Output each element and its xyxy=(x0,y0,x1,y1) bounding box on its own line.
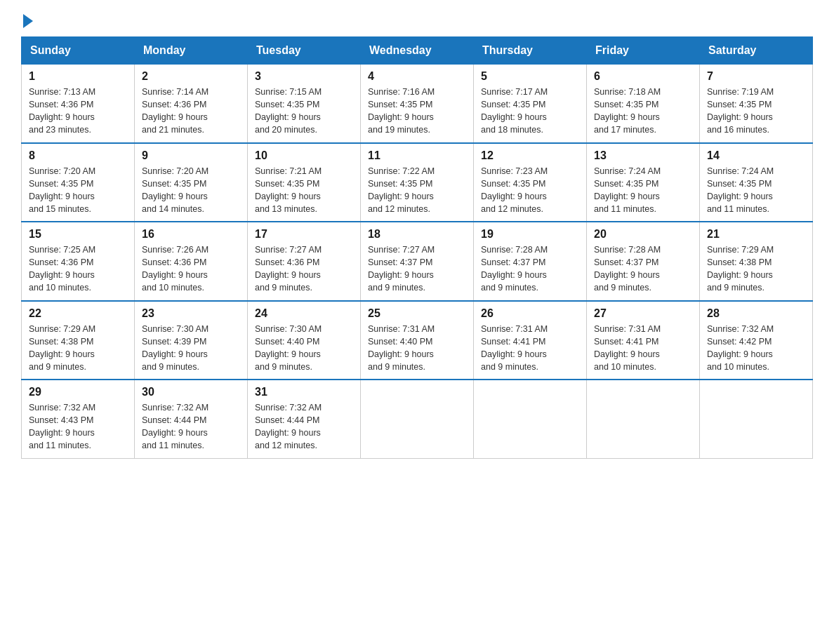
calendar-day-cell: 20 Sunrise: 7:28 AM Sunset: 4:37 PM Dayl… xyxy=(587,222,700,301)
day-info: Sunrise: 7:27 AM Sunset: 4:36 PM Dayligh… xyxy=(255,243,353,295)
calendar-day-cell: 6 Sunrise: 7:18 AM Sunset: 4:35 PM Dayli… xyxy=(587,65,700,143)
day-number: 12 xyxy=(481,149,579,162)
calendar-day-cell: 26 Sunrise: 7:31 AM Sunset: 4:41 PM Dayl… xyxy=(474,301,587,380)
calendar-day-cell xyxy=(700,380,813,458)
day-info: Sunrise: 7:22 AM Sunset: 4:35 PM Dayligh… xyxy=(368,165,466,216)
day-of-week-header: Sunday xyxy=(22,37,135,65)
calendar-week-row: 1 Sunrise: 7:13 AM Sunset: 4:36 PM Dayli… xyxy=(22,65,813,143)
calendar-day-cell: 16 Sunrise: 7:26 AM Sunset: 4:36 PM Dayl… xyxy=(135,222,248,301)
day-number: 6 xyxy=(594,70,692,83)
day-info: Sunrise: 7:31 AM Sunset: 4:41 PM Dayligh… xyxy=(481,323,579,374)
day-number: 11 xyxy=(368,149,466,162)
day-number: 24 xyxy=(255,307,353,320)
day-number: 29 xyxy=(29,386,127,398)
day-of-week-header: Saturday xyxy=(700,37,813,65)
calendar-table: SundayMondayTuesdayWednesdayThursdayFrid… xyxy=(21,36,813,459)
calendar-week-row: 8 Sunrise: 7:20 AM Sunset: 4:35 PM Dayli… xyxy=(22,143,813,222)
calendar-day-cell: 10 Sunrise: 7:21 AM Sunset: 4:35 PM Dayl… xyxy=(248,143,361,222)
day-of-week-header: Wednesday xyxy=(361,37,474,65)
day-number: 8 xyxy=(29,149,127,162)
calendar-day-cell: 17 Sunrise: 7:27 AM Sunset: 4:36 PM Dayl… xyxy=(248,222,361,301)
day-number: 2 xyxy=(142,70,240,83)
logo-arrow-icon xyxy=(23,14,33,28)
day-number: 31 xyxy=(255,386,353,398)
day-number: 4 xyxy=(368,70,466,83)
day-info: Sunrise: 7:21 AM Sunset: 4:35 PM Dayligh… xyxy=(255,165,353,216)
day-number: 10 xyxy=(255,149,353,162)
calendar-day-cell: 8 Sunrise: 7:20 AM Sunset: 4:35 PM Dayli… xyxy=(22,143,135,222)
calendar-day-cell: 24 Sunrise: 7:30 AM Sunset: 4:40 PM Dayl… xyxy=(248,301,361,380)
day-info: Sunrise: 7:29 AM Sunset: 4:38 PM Dayligh… xyxy=(29,323,127,374)
calendar-day-cell: 5 Sunrise: 7:17 AM Sunset: 4:35 PM Dayli… xyxy=(474,65,587,143)
day-info: Sunrise: 7:32 AM Sunset: 4:43 PM Dayligh… xyxy=(29,401,127,452)
calendar-day-cell xyxy=(474,380,587,458)
day-number: 16 xyxy=(142,228,240,241)
calendar-day-cell: 15 Sunrise: 7:25 AM Sunset: 4:36 PM Dayl… xyxy=(22,222,135,301)
calendar-day-cell: 23 Sunrise: 7:30 AM Sunset: 4:39 PM Dayl… xyxy=(135,301,248,380)
day-info: Sunrise: 7:13 AM Sunset: 4:36 PM Dayligh… xyxy=(29,86,127,137)
day-number: 30 xyxy=(142,386,240,398)
day-info: Sunrise: 7:20 AM Sunset: 4:35 PM Dayligh… xyxy=(142,165,240,216)
day-number: 22 xyxy=(29,307,127,320)
calendar-day-cell: 27 Sunrise: 7:31 AM Sunset: 4:41 PM Dayl… xyxy=(587,301,700,380)
calendar-day-cell xyxy=(587,380,700,458)
day-info: Sunrise: 7:30 AM Sunset: 4:40 PM Dayligh… xyxy=(255,323,353,374)
calendar-day-cell xyxy=(361,380,474,458)
calendar-day-cell: 30 Sunrise: 7:32 AM Sunset: 4:44 PM Dayl… xyxy=(135,380,248,458)
day-info: Sunrise: 7:30 AM Sunset: 4:39 PM Dayligh… xyxy=(142,323,240,374)
day-info: Sunrise: 7:23 AM Sunset: 4:35 PM Dayligh… xyxy=(481,165,579,216)
calendar-header-row: SundayMondayTuesdayWednesdayThursdayFrid… xyxy=(22,37,813,65)
day-number: 23 xyxy=(142,307,240,320)
day-info: Sunrise: 7:28 AM Sunset: 4:37 PM Dayligh… xyxy=(481,243,579,295)
calendar-day-cell: 4 Sunrise: 7:16 AM Sunset: 4:35 PM Dayli… xyxy=(361,65,474,143)
day-number: 17 xyxy=(255,228,353,241)
day-number: 7 xyxy=(707,70,805,83)
calendar-day-cell: 22 Sunrise: 7:29 AM Sunset: 4:38 PM Dayl… xyxy=(22,301,135,380)
day-number: 3 xyxy=(255,70,353,83)
logo-text xyxy=(21,14,33,28)
day-number: 26 xyxy=(481,307,579,320)
day-number: 9 xyxy=(142,149,240,162)
day-number: 21 xyxy=(707,228,805,241)
day-info: Sunrise: 7:32 AM Sunset: 4:44 PM Dayligh… xyxy=(255,401,353,452)
calendar-day-cell: 19 Sunrise: 7:28 AM Sunset: 4:37 PM Dayl… xyxy=(474,222,587,301)
day-of-week-header: Monday xyxy=(135,37,248,65)
calendar-day-cell: 14 Sunrise: 7:24 AM Sunset: 4:35 PM Dayl… xyxy=(700,143,813,222)
day-number: 20 xyxy=(594,228,692,241)
day-number: 28 xyxy=(707,307,805,320)
calendar-day-cell: 18 Sunrise: 7:27 AM Sunset: 4:37 PM Dayl… xyxy=(361,222,474,301)
day-number: 14 xyxy=(707,149,805,162)
day-number: 25 xyxy=(368,307,466,320)
calendar-day-cell: 21 Sunrise: 7:29 AM Sunset: 4:38 PM Dayl… xyxy=(700,222,813,301)
calendar-day-cell: 31 Sunrise: 7:32 AM Sunset: 4:44 PM Dayl… xyxy=(248,380,361,458)
day-info: Sunrise: 7:20 AM Sunset: 4:35 PM Dayligh… xyxy=(29,165,127,216)
day-info: Sunrise: 7:32 AM Sunset: 4:44 PM Dayligh… xyxy=(142,401,240,452)
day-info: Sunrise: 7:24 AM Sunset: 4:35 PM Dayligh… xyxy=(594,165,692,216)
day-info: Sunrise: 7:28 AM Sunset: 4:37 PM Dayligh… xyxy=(594,243,692,295)
day-info: Sunrise: 7:27 AM Sunset: 4:37 PM Dayligh… xyxy=(368,243,466,295)
day-info: Sunrise: 7:17 AM Sunset: 4:35 PM Dayligh… xyxy=(481,86,579,137)
day-info: Sunrise: 7:25 AM Sunset: 4:36 PM Dayligh… xyxy=(29,243,127,295)
page-header xyxy=(21,14,813,25)
calendar-day-cell: 1 Sunrise: 7:13 AM Sunset: 4:36 PM Dayli… xyxy=(22,65,135,143)
calendar-day-cell: 2 Sunrise: 7:14 AM Sunset: 4:36 PM Dayli… xyxy=(135,65,248,143)
day-number: 15 xyxy=(29,228,127,241)
day-info: Sunrise: 7:26 AM Sunset: 4:36 PM Dayligh… xyxy=(142,243,240,295)
day-info: Sunrise: 7:29 AM Sunset: 4:38 PM Dayligh… xyxy=(707,243,805,295)
calendar-week-row: 29 Sunrise: 7:32 AM Sunset: 4:43 PM Dayl… xyxy=(22,380,813,458)
calendar-day-cell: 3 Sunrise: 7:15 AM Sunset: 4:35 PM Dayli… xyxy=(248,65,361,143)
day-number: 18 xyxy=(368,228,466,241)
day-of-week-header: Thursday xyxy=(474,37,587,65)
day-info: Sunrise: 7:15 AM Sunset: 4:35 PM Dayligh… xyxy=(255,86,353,137)
day-number: 19 xyxy=(481,228,579,241)
calendar-day-cell: 29 Sunrise: 7:32 AM Sunset: 4:43 PM Dayl… xyxy=(22,380,135,458)
calendar-day-cell: 25 Sunrise: 7:31 AM Sunset: 4:40 PM Dayl… xyxy=(361,301,474,380)
day-number: 1 xyxy=(29,70,127,83)
day-of-week-header: Tuesday xyxy=(248,37,361,65)
day-info: Sunrise: 7:19 AM Sunset: 4:35 PM Dayligh… xyxy=(707,86,805,137)
calendar-week-row: 22 Sunrise: 7:29 AM Sunset: 4:38 PM Dayl… xyxy=(22,301,813,380)
day-info: Sunrise: 7:31 AM Sunset: 4:41 PM Dayligh… xyxy=(594,323,692,374)
day-info: Sunrise: 7:24 AM Sunset: 4:35 PM Dayligh… xyxy=(707,165,805,216)
calendar-day-cell: 7 Sunrise: 7:19 AM Sunset: 4:35 PM Dayli… xyxy=(700,65,813,143)
day-info: Sunrise: 7:18 AM Sunset: 4:35 PM Dayligh… xyxy=(594,86,692,137)
